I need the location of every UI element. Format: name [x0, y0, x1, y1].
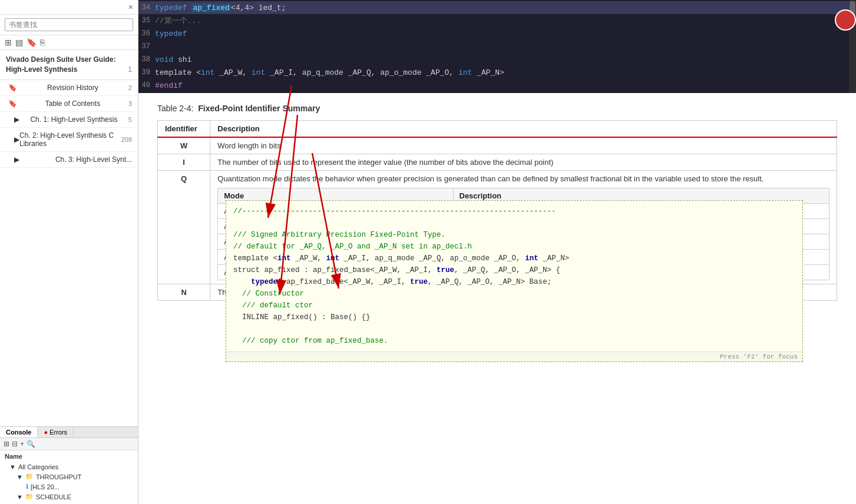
code-line-40: 40 #endif — [138, 79, 856, 92]
col-header-identifier: Identifier — [158, 121, 210, 138]
console-icon-1[interactable]: ⊞ — [4, 440, 9, 448]
expand-icon-ch3: ▶ — [14, 155, 19, 164]
sidebar-icon-share[interactable]: ⎘ — [40, 38, 45, 47]
sidebar-icon-grid[interactable]: ⊞ — [5, 38, 12, 47]
right-circle-icon[interactable] — [835, 9, 856, 31]
sidebar-item-ch1[interactable]: ▶ Ch. 1: High-Level Synthesis 5 — [0, 112, 138, 128]
console-icon-2[interactable]: ⊟ — [12, 440, 18, 448]
expand-icon-ch2: ▶ — [14, 135, 19, 144]
code-line-39: 39 template <int _AP_W, int _AP_I, ap_q_… — [138, 66, 856, 79]
sidebar-icon-list[interactable]: ▤ — [15, 38, 23, 47]
sidebar-toolbar: ⊞ ▤ 🔖 ⎘ — [0, 35, 138, 50]
tooltip-line-3: /// Signed Arbitrary Precision Fixed-Poi… — [233, 229, 795, 241]
table-row-w: W Word length in bits — [158, 137, 837, 154]
file-icon-hls: ℹ — [26, 483, 28, 490]
code-tooltip: //--------------------------------------… — [226, 200, 803, 362]
tree-item-hls[interactable]: ℹ [HLS 20... — [5, 482, 133, 492]
tab-errors[interactable]: ● Errors — [38, 427, 74, 437]
tree-label-schedule: SCHEDULE — [36, 493, 71, 500]
sidebar-close-bar: × — [0, 0, 138, 15]
sidebar-item-toc[interactable]: 🔖 Table of Contents 3 — [0, 96, 138, 112]
table-title: Table 2-4: Fixed-Point Identifier Summar… — [157, 104, 837, 113]
cell-id-w: W — [158, 137, 210, 154]
code-line-34: 34 typedef ap_fixed<4,4> led_t; — [138, 1, 856, 14]
nav-num-ch2: 208 — [121, 136, 132, 143]
nav-num-revision: 2 — [128, 84, 132, 91]
sidebar-search-area — [0, 15, 138, 35]
main-content: 34 typedef ap_fixed<4,4> led_t; 35 //第一个… — [138, 0, 856, 504]
error-icon: ● — [44, 429, 48, 436]
console-icon-3[interactable]: + — [20, 440, 24, 448]
sidebar-item-revision-history[interactable]: 🔖 Revision History 2 — [0, 80, 138, 96]
sidebar: × ⊞ ▤ 🔖 ⎘ Vivado Design Suite User Guide… — [0, 0, 138, 504]
tree-item-throughput[interactable]: ▼ 📁 THROUGHPUT — [5, 472, 133, 482]
tree-label: Name — [5, 453, 133, 460]
console-icon-4[interactable]: 🔍 — [27, 440, 35, 448]
nav-label-ch3: Ch. 3: High-Level Synt... — [55, 155, 132, 164]
console-toolbar: ⊞ ⊟ + 🔍 — [0, 438, 138, 450]
nav-num-ch1: 5 — [128, 116, 132, 123]
book-title: Vivado Design Suite User Guide: High-Lev… — [0, 50, 138, 80]
nav-label-revision: Revision History — [47, 84, 98, 92]
tooltip-footer: Press 'F2' for focus — [226, 352, 802, 362]
folder-icon-throughput: 📁 — [25, 473, 34, 480]
tab-console[interactable]: Console — [0, 427, 38, 437]
expand-icon-ch1: ▶ — [14, 115, 19, 124]
table-row-i: I The number of bits used to represent t… — [158, 154, 837, 171]
code-line-35: 35 //第一个... — [138, 14, 856, 27]
tooltip-line-6: struct ap_fixed : ap_fixed_base<_AP_W, _… — [233, 264, 795, 276]
bookmark-icon: 🔖 — [8, 84, 17, 92]
sidebar-item-ch3[interactable]: ▶ Ch. 3: High-Level Synt... — [0, 152, 138, 168]
console-tabs: Console ● Errors — [0, 427, 138, 438]
cell-id-n: N — [158, 284, 210, 301]
sidebar-icon-bookmark[interactable]: 🔖 — [27, 38, 37, 47]
tooltip-line-1: //--------------------------------------… — [233, 205, 795, 217]
tooltip-line-7: typedef ap_fixed_base<_AP_W, _AP_I, true… — [233, 276, 795, 288]
tree-panel: Name ▼ All Categories ▼ 📁 THROUGHPUT ℹ [… — [0, 450, 138, 504]
bookmark-icon-toc: 🔖 — [8, 100, 17, 108]
code-line-38: 38 void shi — [138, 53, 856, 66]
tooltip-line-12: /// copy ctor from ap_fixed_base. — [233, 335, 795, 347]
code-line-37: 37 — [138, 40, 856, 53]
tree-item-all[interactable]: ▼ All Categories — [5, 462, 133, 472]
code-line-36: 36 typedef — [138, 27, 856, 40]
folder-icon-schedule: 📁 — [25, 493, 34, 500]
nav-num-toc: 3 — [128, 100, 132, 107]
cell-id-q: Q — [158, 171, 210, 284]
tooltip-line-5: template <int _AP_W, int _AP_I, ap_q_mod… — [233, 253, 795, 264]
tooltip-content: //--------------------------------------… — [226, 201, 802, 352]
cell-desc-i: The number of bits used to represent the… — [210, 154, 837, 171]
col-header-description: Description — [210, 121, 837, 138]
tree-item-schedule[interactable]: ▼ 📁 SCHEDULE — [5, 492, 133, 502]
tooltip-line-2 — [233, 217, 795, 229]
tree-label-hls: [HLS 20... — [31, 483, 60, 490]
tooltip-line-8: // Constructor — [233, 288, 795, 300]
close-icon[interactable]: × — [128, 2, 133, 12]
nav-label-ch2: Ch. 2: High-Level Synthesis C Libraries — [19, 131, 121, 148]
tooltip-line-9: /// default ctor — [233, 300, 795, 311]
sidebar-bottom: Console ● Errors ⊞ ⊟ + 🔍 Name ▼ All Cate… — [0, 426, 138, 504]
cell-id-i: I — [158, 154, 210, 171]
cell-desc-w: Word length in bits — [210, 137, 837, 154]
expand-icon-schedule: ▼ — [16, 493, 23, 500]
sidebar-nav: 🔖 Revision History 2 🔖 Table of Contents… — [0, 80, 138, 426]
tooltip-line-4: // default for _AP_Q, _AP_O and _AP_N se… — [233, 241, 795, 253]
sidebar-item-ch2[interactable]: ▶ Ch. 2: High-Level Synthesis C Librarie… — [0, 128, 138, 152]
tree-label-throughput: THROUGHPUT — [36, 473, 82, 480]
nav-label-toc: Table of Contents — [45, 100, 100, 108]
table-header-row: Identifier Description — [158, 121, 837, 138]
code-editor: 34 typedef ap_fixed<4,4> led_t; 35 //第一个… — [138, 0, 856, 93]
tooltip-line-10: INLINE ap_fixed() : Base() {} — [233, 311, 795, 323]
tree-label-all: All Categories — [18, 463, 58, 470]
tooltip-line-11 — [233, 323, 795, 335]
expand-icon-throughput: ▼ — [16, 473, 23, 480]
search-input[interactable] — [5, 18, 133, 31]
nav-label-ch1: Ch. 1: High-Level Synthesis — [30, 115, 117, 124]
expand-icon-all: ▼ — [9, 463, 16, 470]
